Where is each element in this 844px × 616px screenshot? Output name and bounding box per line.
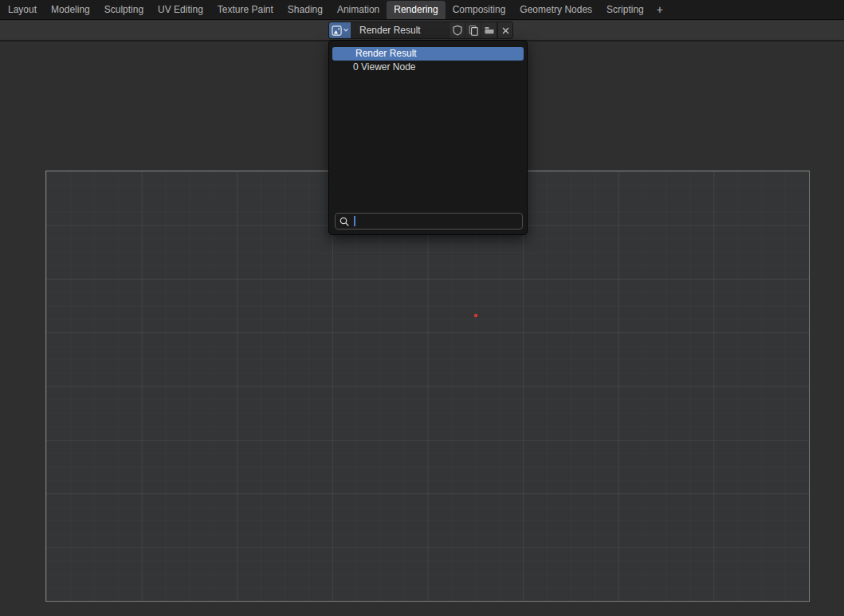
tab-geometry-nodes[interactable]: Geometry Nodes [512, 1, 599, 19]
tab-uv-editing[interactable]: UV Editing [151, 1, 210, 19]
tab-scripting[interactable]: Scripting [599, 1, 651, 19]
folder-icon [484, 25, 495, 36]
tab-compositing[interactable]: Compositing [446, 1, 513, 19]
chevron-down-icon [343, 28, 349, 33]
red-marker-dot [474, 314, 477, 317]
search-input[interactable] [335, 213, 523, 230]
copy-icon [468, 25, 479, 36]
fake-user-button[interactable] [449, 22, 465, 38]
tab-sculpting[interactable]: Sculpting [97, 1, 151, 19]
image-icon [332, 26, 342, 36]
popover-item-viewer-node[interactable]: 0 Viewer Node [332, 61, 524, 74]
text-caret [354, 216, 355, 226]
browse-image-button[interactable] [329, 22, 351, 38]
image-name-field[interactable]: Render Result [351, 22, 449, 38]
tab-shading[interactable]: Shading [281, 1, 330, 19]
close-icon [501, 26, 510, 35]
shield-icon [452, 25, 463, 36]
image-datablock-selector: Render Result [329, 22, 512, 38]
tab-texture-paint[interactable]: Texture Paint [210, 1, 281, 19]
tab-animation[interactable]: Animation [330, 1, 387, 19]
open-image-button[interactable] [481, 22, 497, 38]
popover-item-render-result[interactable]: Render Result [332, 47, 524, 61]
new-image-button[interactable] [465, 22, 481, 38]
tab-layout[interactable]: Layout [1, 1, 44, 19]
add-workspace-button[interactable]: + [651, 1, 669, 19]
background-grid [45, 171, 810, 602]
tab-rendering[interactable]: Rendering [387, 1, 445, 19]
unlink-image-button[interactable] [498, 22, 512, 38]
search-icon [339, 216, 350, 227]
blender-window: Layout Modeling Sculpting UV Editing Tex… [0, 0, 844, 616]
image-browse-popover: Render Result 0 Viewer Node [328, 40, 528, 235]
tab-modeling[interactable]: Modeling [44, 1, 97, 19]
workspace-tabbar: Layout Modeling Sculpting UV Editing Tex… [0, 0, 844, 20]
